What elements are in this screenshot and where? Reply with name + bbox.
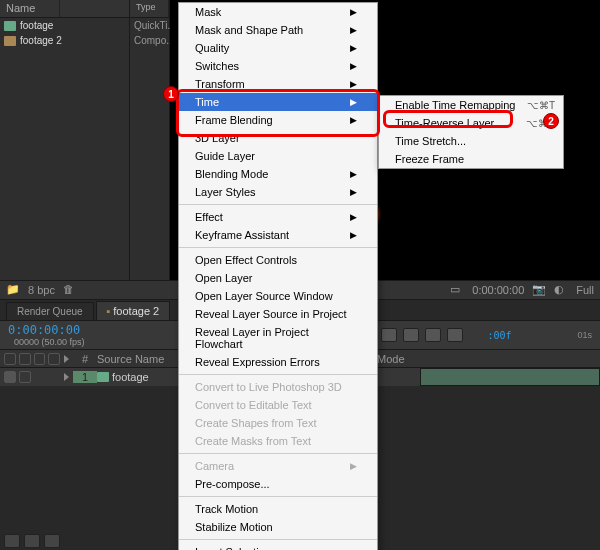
submenu-arrow-icon: ▶ bbox=[350, 97, 357, 107]
graph-editor-icon[interactable] bbox=[447, 328, 463, 342]
menu-item-time[interactable]: Time▶ bbox=[179, 93, 377, 111]
col-name[interactable]: Name bbox=[0, 0, 60, 17]
submenu-item-label: Time-Reverse Layer bbox=[395, 117, 494, 129]
video-toggle-icon[interactable] bbox=[4, 353, 16, 365]
audio-toggle-icon[interactable] bbox=[19, 371, 31, 383]
menu-item-layer-styles[interactable]: Layer Styles▶ bbox=[179, 183, 377, 201]
autokeyframe-icon[interactable] bbox=[425, 328, 441, 342]
menu-item-reveal-layer-in-project-flowchart[interactable]: Reveal Layer in Project Flowchart bbox=[179, 323, 377, 353]
toggle-in-out-icon[interactable] bbox=[44, 534, 60, 548]
menu-item-open-effect-controls[interactable]: Open Effect Controls bbox=[179, 251, 377, 269]
toggle-switches-icon[interactable] bbox=[4, 534, 20, 548]
toggle-modes-icon[interactable] bbox=[24, 534, 40, 548]
preview-time[interactable]: 0:00:00:00 bbox=[472, 284, 524, 296]
menu-item-create-masks-from-text: Create Masks from Text bbox=[179, 432, 377, 450]
twirl-icon[interactable] bbox=[64, 373, 69, 381]
submenu-arrow-icon: ▶ bbox=[350, 461, 357, 471]
menu-item-camera: Camera▶ bbox=[179, 457, 377, 475]
menu-item-mask-and-shape-path[interactable]: Mask and Shape Path▶ bbox=[179, 21, 377, 39]
menu-item-label: Invert Selection bbox=[195, 546, 271, 550]
snapshot-icon[interactable]: 📷 bbox=[532, 283, 546, 297]
menu-item-label: Camera bbox=[195, 460, 234, 472]
region-icon[interactable]: ▭ bbox=[450, 283, 464, 297]
mask-icon[interactable]: ◐ bbox=[554, 283, 568, 297]
col-type[interactable]: Type bbox=[130, 0, 169, 17]
menu-item-label: Convert to Editable Text bbox=[195, 399, 312, 411]
project-item[interactable]: footage bbox=[0, 18, 129, 33]
label-color-icon[interactable] bbox=[64, 355, 69, 363]
menu-item-frame-blending[interactable]: Frame Blending▶ bbox=[179, 111, 377, 129]
menu-separator bbox=[179, 204, 377, 205]
menu-item-track-motion[interactable]: Track Motion bbox=[179, 500, 377, 518]
submenu-arrow-icon: ▶ bbox=[350, 212, 357, 222]
menu-item-open-layer[interactable]: Open Layer bbox=[179, 269, 377, 287]
menu-item-blending-mode[interactable]: Blending Mode▶ bbox=[179, 165, 377, 183]
project-item-label: footage bbox=[20, 20, 53, 31]
annotation-marker-2: 2 bbox=[543, 113, 559, 129]
menu-item-label: Reveal Expression Errors bbox=[195, 356, 320, 368]
menu-item-label: Layer Styles bbox=[195, 186, 256, 198]
layer-duration-bar[interactable] bbox=[420, 368, 600, 386]
menu-item-label: Create Shapes from Text bbox=[195, 417, 316, 429]
menu-item-label: Open Effect Controls bbox=[195, 254, 297, 266]
menu-item-mask[interactable]: Mask▶ bbox=[179, 3, 377, 21]
annotation-marker-1: 1 bbox=[163, 86, 179, 102]
tab-composition[interactable]: ▪ footage 2 bbox=[96, 301, 171, 320]
menu-item-transform[interactable]: Transform▶ bbox=[179, 75, 377, 93]
menu-item-quality[interactable]: Quality▶ bbox=[179, 39, 377, 57]
menu-item-pre-compose-[interactable]: Pre-compose... bbox=[179, 475, 377, 493]
menu-item-guide-layer[interactable]: Guide Layer bbox=[179, 147, 377, 165]
menu-item-label: Guide Layer bbox=[195, 150, 255, 162]
menu-item-reveal-layer-source-in-project[interactable]: Reveal Layer Source in Project bbox=[179, 305, 377, 323]
brainstorm-icon[interactable] bbox=[403, 328, 419, 342]
trash-icon[interactable]: 🗑 bbox=[63, 283, 77, 297]
submenu-item-enable-time-remapping[interactable]: Enable Time Remapping⌥⌘T bbox=[379, 96, 563, 114]
video-toggle-icon[interactable] bbox=[4, 371, 16, 383]
composition-icon bbox=[4, 36, 16, 46]
submenu-arrow-icon: ▶ bbox=[350, 61, 357, 71]
menu-item-invert-selection[interactable]: Invert Selection bbox=[179, 543, 377, 550]
submenu-arrow-icon: ▶ bbox=[350, 230, 357, 240]
menu-item-effect[interactable]: Effect▶ bbox=[179, 208, 377, 226]
submenu-arrow-icon: ▶ bbox=[350, 7, 357, 17]
col-mode[interactable]: Mode bbox=[377, 353, 405, 365]
project-columns-header: Name bbox=[0, 0, 129, 18]
menu-separator bbox=[179, 539, 377, 540]
project-type-column: Type QuickTi... Compo... bbox=[130, 0, 170, 280]
resolution-dropdown[interactable]: Full bbox=[576, 284, 594, 296]
solo-toggle-icon[interactable] bbox=[34, 353, 46, 365]
menu-item-label: Convert to Live Photoshop 3D bbox=[195, 381, 342, 393]
menu-item-label: Mask bbox=[195, 6, 221, 18]
project-item[interactable]: footage 2 bbox=[0, 33, 129, 48]
bpc-display[interactable]: 8 bpc bbox=[28, 284, 55, 296]
folder-icon[interactable]: 📁 bbox=[6, 283, 20, 297]
submenu-item-freeze-frame[interactable]: Freeze Frame bbox=[379, 150, 563, 168]
menu-item-label: Mask and Shape Path bbox=[195, 24, 303, 36]
menu-item-3d-layer[interactable]: 3D Layer bbox=[179, 129, 377, 147]
audio-toggle-icon[interactable] bbox=[19, 353, 31, 365]
menu-item-switches[interactable]: Switches▶ bbox=[179, 57, 377, 75]
timeline-bottom-toolbar bbox=[4, 534, 60, 548]
menu-separator bbox=[179, 247, 377, 248]
submenu-arrow-icon: ▶ bbox=[350, 25, 357, 35]
motionblur-icon[interactable] bbox=[381, 328, 397, 342]
tab-render-queue[interactable]: Render Queue bbox=[6, 302, 94, 320]
menu-item-reveal-expression-errors[interactable]: Reveal Expression Errors bbox=[179, 353, 377, 371]
layer-context-menu: Mask▶Mask and Shape Path▶Quality▶Switche… bbox=[178, 2, 378, 550]
project-item-type: Compo... bbox=[134, 35, 175, 46]
menu-item-stabilize-motion[interactable]: Stabilize Motion bbox=[179, 518, 377, 536]
menu-item-keyframe-assistant[interactable]: Keyframe Assistant▶ bbox=[179, 226, 377, 244]
footage-icon bbox=[4, 21, 16, 31]
layer-name[interactable]: footage bbox=[112, 371, 149, 383]
lock-toggle-icon[interactable] bbox=[48, 353, 60, 365]
menu-item-label: 3D Layer bbox=[195, 132, 240, 144]
menu-item-label: Create Masks from Text bbox=[195, 435, 311, 447]
menu-item-open-layer-source-window[interactable]: Open Layer Source Window bbox=[179, 287, 377, 305]
submenu-item-time-stretch-[interactable]: Time Stretch... bbox=[379, 132, 563, 150]
menu-item-label: Reveal Layer Source in Project bbox=[195, 308, 347, 320]
menu-item-label: Blending Mode bbox=[195, 168, 268, 180]
menu-item-create-shapes-from-text: Create Shapes from Text bbox=[179, 414, 377, 432]
menu-item-label: Open Layer Source Window bbox=[195, 290, 333, 302]
current-timecode[interactable]: 0:00:00:00 bbox=[8, 323, 85, 337]
submenu-item-time-reverse-layer[interactable]: Time-Reverse Layer⌥⌘R bbox=[379, 114, 563, 132]
